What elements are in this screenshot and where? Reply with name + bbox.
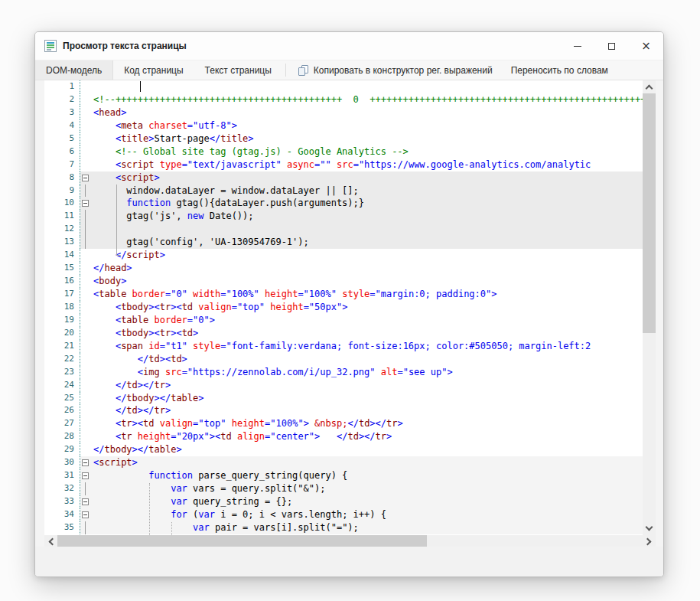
line-number: 10 bbox=[44, 197, 80, 210]
vertical-scrollbar[interactable] bbox=[643, 80, 656, 535]
scroll-down-button[interactable] bbox=[643, 522, 656, 535]
title-bar: Просмотр текста страницы × bbox=[35, 32, 663, 60]
fold-margin bbox=[80, 80, 90, 93]
code-line: 9 window.dataLayer = window.dataLayer ||… bbox=[44, 185, 643, 198]
line-number: 18 bbox=[44, 301, 80, 314]
fold-margin bbox=[80, 327, 90, 340]
code-line: 14 </script> bbox=[44, 249, 643, 262]
line-number: 34 bbox=[44, 508, 80, 521]
code-line-text: <tr height="20px"><td align="center"> </… bbox=[90, 430, 643, 443]
code-line: 28 <tr height="20px"><td align="center">… bbox=[44, 430, 643, 443]
fold-margin bbox=[80, 210, 90, 223]
fold-toggle-icon[interactable] bbox=[80, 171, 90, 185]
code-line-text: <!-- Global site tag (gtag.js) - Google … bbox=[90, 145, 643, 158]
fold-toggle-icon[interactable] bbox=[80, 495, 90, 508]
line-number: 22 bbox=[44, 353, 80, 366]
code-line-text bbox=[90, 223, 643, 236]
code-line: 13 gtag('config', 'UA-130954769-1'); bbox=[44, 236, 643, 249]
fold-toggle-icon[interactable] bbox=[80, 508, 90, 521]
line-number: 35 bbox=[44, 521, 80, 534]
copy-button-label: Копировать в конструктор рег. выражений bbox=[314, 65, 493, 76]
word-wrap-button[interactable]: Переносить по словам bbox=[502, 60, 617, 80]
line-number: 7 bbox=[44, 158, 80, 171]
line-number: 15 bbox=[44, 262, 80, 275]
code-text-region[interactable]: 12<!--++++++++++++++++++++++++++++++++++… bbox=[44, 80, 643, 535]
code-line: 34 for (var i = 0; i < vars.length; i++)… bbox=[44, 508, 643, 521]
tab-текст-страницы[interactable]: Текст страницы bbox=[194, 60, 282, 80]
code-line: 22 </td><td> bbox=[44, 353, 643, 366]
code-line: 23 <img src="https://zennolab.com/i/up_3… bbox=[44, 366, 643, 379]
code-line: 10 function gtag(){dataLayer.push(argume… bbox=[44, 197, 643, 210]
fold-margin bbox=[80, 340, 90, 353]
line-number: 23 bbox=[44, 366, 80, 379]
code-line: 3<head> bbox=[44, 106, 643, 119]
line-number: 19 bbox=[44, 314, 80, 327]
vertical-scrollbar-thumb[interactable] bbox=[643, 93, 656, 333]
code-line-text: <script> bbox=[90, 171, 643, 185]
tab-dom-модель[interactable]: DOM-модель bbox=[35, 60, 113, 80]
line-number: 20 bbox=[44, 327, 80, 340]
code-line-text: function parse_query_string(query) { bbox=[90, 469, 643, 482]
tab-код-страницы[interactable]: Код страницы bbox=[113, 60, 194, 80]
line-number: 6 bbox=[44, 145, 80, 158]
minimize-button[interactable] bbox=[560, 32, 594, 60]
fold-margin bbox=[80, 158, 90, 171]
code-line-text: </head> bbox=[90, 262, 643, 275]
code-line: 5 <title>Start-page</title> bbox=[44, 132, 643, 145]
code-line: 16<body> bbox=[44, 275, 643, 288]
code-line: 26 </td></tr> bbox=[44, 404, 643, 417]
fold-margin bbox=[80, 93, 90, 106]
code-line-text: <script> bbox=[90, 456, 643, 469]
code-line-text: <body> bbox=[90, 275, 643, 288]
copy-icon bbox=[298, 65, 309, 76]
fold-margin bbox=[80, 482, 90, 495]
fold-margin bbox=[80, 119, 90, 132]
code-line-text: <!--++++++++++++++++++++++++++++++++++++… bbox=[90, 93, 643, 106]
code-line-text: var query_string = {}; bbox=[90, 495, 643, 508]
code-line-text: var vars = query.split("&"); bbox=[90, 482, 643, 495]
minimize-icon bbox=[574, 46, 581, 47]
code-line: 18 <tbody><tr><td valign="top" height="5… bbox=[44, 301, 643, 314]
line-number: 28 bbox=[44, 430, 80, 443]
fold-margin bbox=[80, 288, 90, 301]
document-icon bbox=[44, 40, 57, 52]
code-line: 2<!--+++++++++++++++++++++++++++++++++++… bbox=[44, 93, 643, 106]
line-number: 25 bbox=[44, 392, 80, 405]
fold-margin bbox=[80, 236, 90, 249]
code-line-text: <table border="0" width="100%" height="1… bbox=[90, 288, 643, 301]
word-wrap-label: Переносить по словам bbox=[511, 65, 608, 76]
code-line-text: <table border="0"> bbox=[90, 314, 643, 327]
code-line: 19 <table border="0"> bbox=[44, 314, 643, 327]
code-line: 30<script> bbox=[44, 456, 643, 469]
code-editor[interactable]: 12<!--++++++++++++++++++++++++++++++++++… bbox=[44, 80, 656, 548]
code-line-text: <tr><td valign="top" height="100%"> &nbs… bbox=[90, 417, 643, 430]
maximize-icon bbox=[608, 43, 615, 50]
window-title: Просмотр текста страницы bbox=[63, 41, 187, 51]
fold-toggle-icon[interactable] bbox=[80, 456, 90, 469]
app-window: Просмотр текста страницы × DOM-модельКод… bbox=[34, 31, 664, 577]
code-line: 24 </td></tr> bbox=[44, 379, 643, 392]
line-number: 16 bbox=[44, 275, 80, 288]
fold-guide bbox=[149, 483, 150, 535]
code-lines: 12<!--++++++++++++++++++++++++++++++++++… bbox=[44, 80, 643, 534]
code-line-text: <tbody><tr><td valign="top" height="50px… bbox=[90, 301, 643, 314]
fold-toggle-icon[interactable] bbox=[80, 197, 90, 210]
code-line: 32 var vars = query.split("&"); bbox=[44, 482, 643, 495]
fold-toggle-icon[interactable] bbox=[80, 469, 90, 482]
fold-margin bbox=[80, 314, 90, 327]
code-line-text bbox=[90, 80, 643, 93]
code-line-text: </tbody></table> bbox=[90, 443, 643, 456]
line-number: 14 bbox=[44, 249, 80, 262]
line-number: 5 bbox=[44, 132, 80, 145]
fold-margin bbox=[80, 132, 90, 145]
fold-margin bbox=[80, 353, 90, 366]
copy-to-regex-constructor-button[interactable]: Копировать в конструктор рег. выражений bbox=[289, 60, 502, 80]
chevron-up-icon bbox=[646, 85, 653, 93]
scroll-up-button[interactable] bbox=[643, 80, 656, 93]
line-number: 21 bbox=[44, 340, 80, 353]
fold-margin bbox=[80, 430, 90, 443]
code-line-text: <img src="https://zennolab.com/i/up_32.p… bbox=[90, 366, 643, 379]
maximize-button[interactable] bbox=[594, 32, 629, 60]
chevron-down-icon bbox=[646, 524, 653, 531]
close-button[interactable]: × bbox=[629, 32, 663, 60]
